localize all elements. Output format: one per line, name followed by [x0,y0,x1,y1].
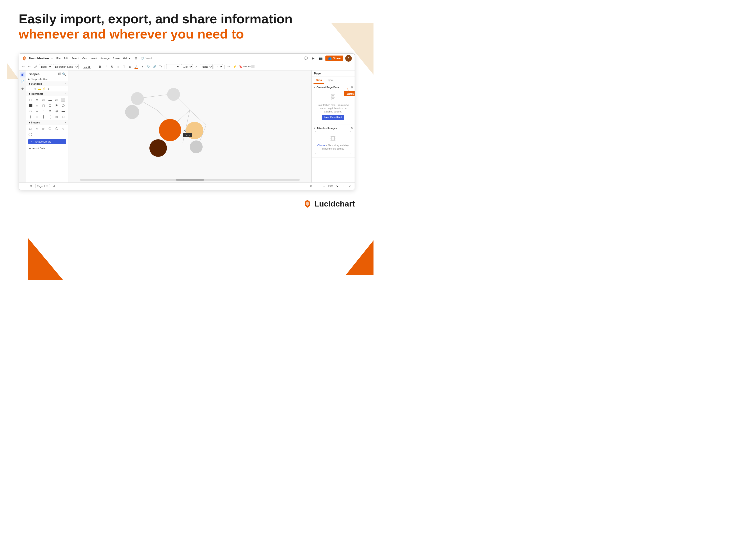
node-topright[interactable] [167,88,180,101]
shapes-image-icon[interactable]: 🖼 [58,72,61,76]
tab-data[interactable]: Data [313,77,324,84]
menu-edit[interactable]: Edit [64,57,68,60]
page-dropdown-icon[interactable]: ▼ [46,185,48,188]
node-center-orange[interactable] [159,119,181,141]
fc-tri[interactable]: ▽ [34,108,40,114]
fc-cross[interactable]: ⊗ [54,108,59,114]
fc-diamond[interactable]: ◇ [34,97,40,102]
sh-circ[interactable]: ○ [61,126,66,131]
fc-doc[interactable]: ⬛ [28,103,33,108]
flowchart-close[interactable]: × [65,92,66,95]
sh-hex[interactable]: ⬡ [54,126,59,131]
sidebar-page-icon[interactable]: 📄 [20,79,25,84]
sh-pent[interactable]: ⬠ [47,126,53,131]
fc-wide[interactable]: ⬜ [61,97,66,102]
fc-rect[interactable]: □ [28,97,33,102]
canvas-area[interactable]: Beto ↖ [69,71,311,183]
yellow-rect-shape[interactable]: ▬ [37,87,41,91]
icon-grid[interactable]: ⊞ [133,56,139,61]
line-style-select[interactable]: —— [166,64,180,69]
undo-button[interactable]: ↩ [21,64,26,69]
format-painter-button[interactable]: 🖌 [33,64,38,69]
shapes-search-icon[interactable]: 🔍 [62,72,66,76]
node-brown[interactable] [149,139,167,157]
zoom-in-button[interactable]: + [341,184,346,189]
font-size-minus[interactable]: − [80,65,82,68]
sidebar-shapes-icon[interactable]: ◧ [20,72,25,77]
sidebar-layers-icon[interactable]: ⊗ [20,86,25,91]
fc-trap[interactable]: ⊓ [41,103,46,108]
fill-color-button[interactable]: A [134,64,139,69]
comment-icon[interactable]: 💬 [303,56,309,61]
fc-rect2[interactable]: ▬ [47,97,53,102]
share-button[interactable]: 👥 Share [326,56,343,61]
image-upload-area[interactable]: 🖼 Choose a file or drag and drop image h… [315,131,351,154]
video-icon[interactable]: 📷 [318,56,324,61]
add-data-icon[interactable]: ⊞ [351,86,353,89]
font-size-plus[interactable]: + [92,65,94,68]
text-button[interactable]: Tx [158,64,163,69]
sh-tri[interactable]: △ [34,126,40,131]
shape-library-button[interactable]: + + Shape Library [28,139,66,144]
fc-table[interactable]: ⊞ [54,114,59,119]
menu-arrange[interactable]: Arrange [100,57,109,60]
shapes-in-use-section[interactable]: ▶ Shapes In Use [26,77,68,81]
tab-style[interactable]: Style [324,77,335,84]
favorite-icon[interactable]: ☆ [51,56,53,60]
node-topleft[interactable] [131,92,144,105]
table-insert-button[interactable]: ⊞ [128,64,133,69]
text-shape[interactable]: T [28,87,32,91]
fc-rect3[interactable]: ▭ [54,97,59,102]
redo2-button[interactable]: ⚡ [232,64,237,69]
circle-icon[interactable]: ○ [315,184,320,189]
fc-rounded[interactable]: ▭ [41,97,46,102]
fc-eq[interactable]: ≡ [34,114,40,119]
fc-pent[interactable]: ⬠ [61,103,66,108]
redo-button[interactable]: ↪ [27,64,32,69]
fc-circ[interactable]: ○ [41,108,46,114]
bold-button[interactable]: B [97,64,102,69]
fc-hex[interactable]: ⬡ [47,103,53,108]
node-leftmid[interactable] [125,105,139,119]
choose-file-link[interactable]: Choose [317,144,325,147]
sh-rtri[interactable]: ▷ [41,126,46,131]
page-tag[interactable]: Page 1 ▼ [35,184,50,188]
bookmark-button[interactable]: 🔖 [238,64,243,69]
import-data-button[interactable]: ↩ Import Data [28,146,66,151]
link-button[interactable]: 🔗 [152,64,157,69]
font-select[interactable]: Liberation Sans [53,64,79,69]
arrow-select[interactable]: → [213,64,223,69]
canvas-scrollbar[interactable] [80,179,300,181]
menu-share[interactable]: Share [113,57,120,60]
layers-icon[interactable]: ⊗ [308,184,313,189]
menu-file[interactable]: File [56,57,60,60]
style-select[interactable]: Body [39,64,52,69]
add-page-button[interactable]: ⊕ [52,184,57,189]
add-image-icon[interactable]: ⊕ [351,127,353,130]
line-shape[interactable]: / [47,87,51,91]
fc-para[interactable]: ▱ [34,103,40,108]
undo2-button[interactable]: ↩ [226,64,231,69]
zoom-select[interactable]: ▼ [335,184,339,189]
list-view-button[interactable]: ☰ [21,184,26,189]
fit-screen-button[interactable]: ⤢ [347,184,352,189]
standard-close[interactable]: × [65,82,66,85]
fc-grid[interactable]: ⊟ [61,114,66,119]
fc-plus[interactable]: ⊕ [47,108,53,114]
sh-circ2[interactable]: ◯ [28,132,33,137]
line-width-select[interactable]: 1 px [181,64,193,69]
underline-button[interactable]: U [109,64,114,69]
panel-toggle-button[interactable]: ⬜ [250,64,255,69]
line-color-button[interactable]: / [140,64,145,69]
align-button[interactable]: ≡ [115,64,121,69]
menu-insert[interactable]: Insert [91,57,97,60]
new-data-field-button[interactable]: New Data Field [322,115,344,120]
fc-rect4[interactable]: ▭ [28,108,33,114]
more-button[interactable]: •••MORE [244,64,249,69]
fc-brace2[interactable]: { [41,114,46,119]
zoom-out-button[interactable]: − [321,184,327,189]
clip-button[interactable]: 📎 [146,64,151,69]
valign-button[interactable]: ⊤ [122,64,127,69]
fc-bracket[interactable]: [ [47,114,53,119]
line-corner-button[interactable]: ↗ [194,64,199,69]
